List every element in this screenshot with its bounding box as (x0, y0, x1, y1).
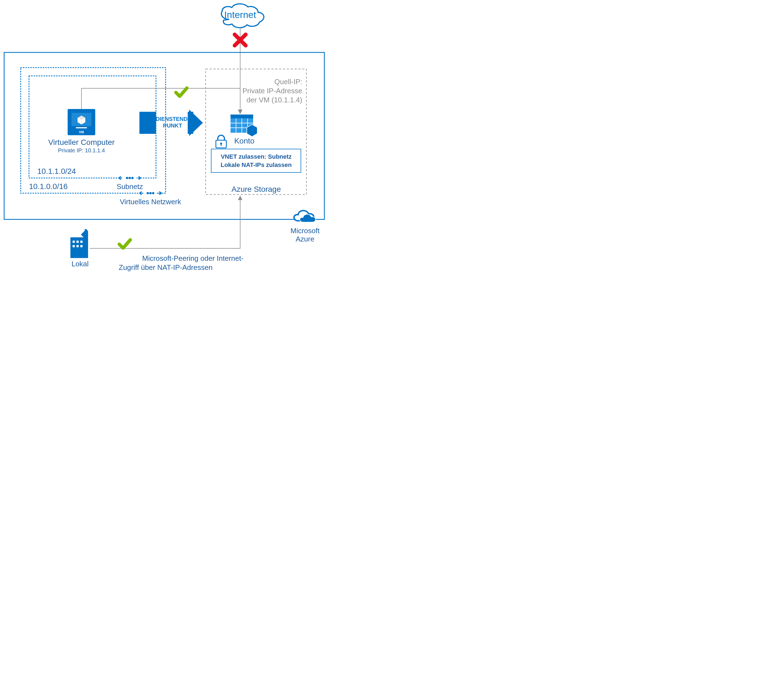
peering-line2: Zugriff über NAT-IP-Adressen (119, 263, 212, 271)
allow-line2: Lokale NAT-IPs zulassen (220, 162, 292, 168)
diagram-canvas: Internet Microsoft Azure 10.1.0.0/16 Vir… (0, 0, 328, 284)
source-ip-line2: Private IP-Adresse (243, 87, 302, 95)
source-ip-line3: der VM (10.1.1.4) (246, 96, 302, 104)
svg-rect-28 (77, 240, 79, 243)
peering-line1: Microsoft-Peering oder Internet- (142, 254, 244, 263)
vm-icon: VM (67, 109, 95, 135)
vm-title: Virtueller Computer (48, 138, 115, 146)
onprem-icon (71, 229, 88, 258)
svg-rect-27 (72, 240, 75, 243)
subnet-label: Subnetz (117, 183, 143, 191)
account-label: Konto (234, 136, 254, 145)
svg-rect-16 (230, 114, 253, 119)
svg-rect-14 (140, 112, 156, 134)
internet-label: Internet (224, 10, 256, 20)
allow-rules-box (211, 149, 301, 173)
vm-to-storage-line (82, 88, 240, 113)
svg-rect-29 (80, 240, 82, 243)
vnet-label: Virtuelles Netzwerk (120, 197, 182, 206)
onprem-label: Lokal (72, 260, 88, 268)
svg-rect-15 (188, 112, 193, 134)
service-endpoint-label-2: PUNKT (163, 122, 182, 128)
vnet-connector-icon (140, 190, 162, 197)
azure-cloud-icon (294, 210, 315, 222)
allowed-check-icon-top (176, 88, 187, 96)
source-ip-line1: Quell-IP: (275, 77, 302, 86)
svg-rect-30 (72, 245, 75, 247)
svg-rect-32 (80, 245, 82, 247)
internet-cloud: Internet (222, 4, 264, 27)
svg-rect-13 (76, 127, 87, 128)
lock-icon (216, 135, 227, 148)
azure-label-1: Microsoft (291, 226, 320, 235)
subnet-connector-icon (119, 175, 141, 181)
subnet-cidr: 10.1.1.0/24 (37, 167, 76, 175)
allowed-check-icon-bottom (119, 240, 130, 248)
svg-rect-31 (77, 245, 79, 247)
storage-account-icon (230, 114, 257, 136)
vm-subtitle: Private IP: 10.1.1.4 (58, 148, 105, 154)
vm-badge: VM (79, 130, 84, 134)
azure-label-2: Azure (296, 235, 315, 243)
vnet-cidr: 10.1.0.0/16 (29, 182, 67, 191)
allow-line1: VNET zulassen: Subnetz (221, 153, 292, 160)
service-endpoint-label-1: DIENSTEND- (156, 116, 190, 122)
svg-rect-26 (71, 237, 84, 258)
svg-rect-25 (221, 144, 222, 146)
storage-label: Azure Storage (231, 185, 281, 194)
